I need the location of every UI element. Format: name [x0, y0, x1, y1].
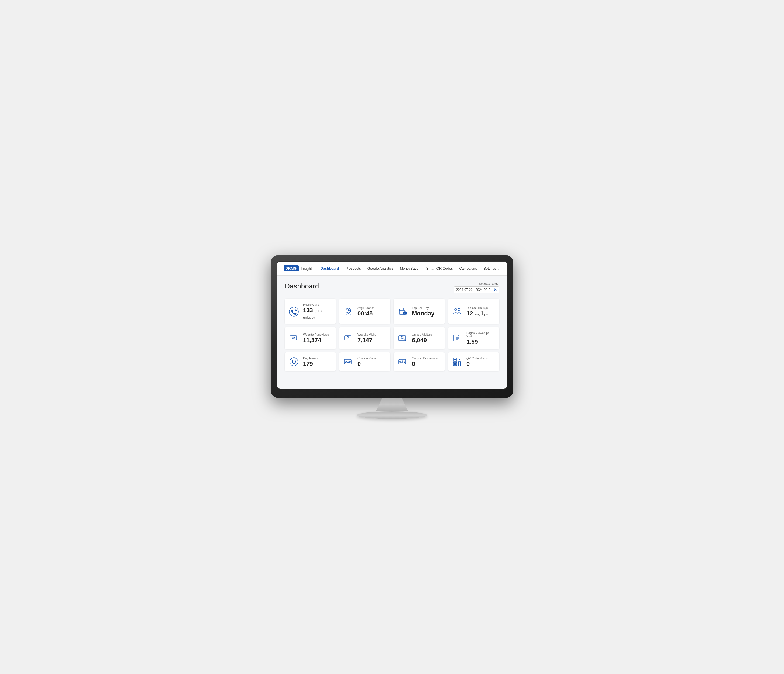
metric-text-top-call-day: Top Call Day Monday — [412, 306, 434, 317]
dashboard-header: Dashboard Set date range: 2024-07-22 - 2… — [285, 282, 499, 293]
nav-campaigns[interactable]: Campaigns — [459, 266, 477, 271]
nav-prospects[interactable]: Prospects — [345, 266, 361, 271]
metric-card-phone-calls: Phone Calls 133 (113 unique) — [285, 299, 336, 324]
metric-value-qr-code-scans: 0 — [467, 361, 488, 367]
main-nav: Dashboard Prospects Google Analytics Mon… — [320, 266, 500, 271]
svg-rect-45 — [460, 362, 461, 364]
app-header: DRMG Insight Dashboard Prospects Google … — [277, 262, 507, 276]
metrics-grid: Phone Calls 133 (113 unique) — [285, 299, 499, 371]
nav-smart-qr-codes[interactable]: Smart QR Codes — [426, 266, 453, 271]
metric-text-qr-code-scans: QR Code Scans 0 — [467, 357, 488, 367]
svg-rect-47 — [460, 364, 461, 366]
svg-rect-43 — [454, 363, 456, 365]
settings-label: Settings — [484, 266, 496, 271]
metric-card-pages-viewed: Pages Viewed per Visit 1.59 — [448, 327, 499, 349]
qr-code-icon — [453, 357, 463, 367]
metric-label-website-visits: Website Visits — [358, 333, 376, 336]
metric-card-coupon-views: Coupon Views 0 — [339, 352, 390, 371]
page-title: Dashboard — [285, 282, 319, 290]
nav-moneysaver[interactable]: MoneySaver — [400, 266, 420, 271]
metric-text-key-events: Key Events 179 — [303, 357, 318, 367]
monitor-stand-base — [357, 411, 427, 419]
metric-text-coupon-downloads: Coupon Downloads 0 — [412, 357, 438, 367]
svg-marker-27 — [295, 360, 296, 362]
metric-text-avg-duration: Avg Duration 00:45 — [358, 306, 375, 317]
metric-value-pages-viewed: 1.59 — [467, 339, 495, 345]
nav-dashboard[interactable]: Dashboard — [320, 266, 339, 271]
svg-marker-28 — [292, 362, 293, 363]
metric-card-unique-visitors: Unique Visitors 6,049 — [394, 327, 445, 349]
svg-rect-41 — [459, 359, 460, 360]
logo: DRMG — [284, 265, 299, 271]
metric-label-pages-viewed: Pages Viewed per Visit — [467, 332, 495, 338]
pages-doc-icon — [453, 333, 463, 343]
metric-text-website-visits: Website Visits 7,147 — [358, 333, 376, 344]
metric-value-top-call-day: Monday — [412, 310, 434, 317]
metric-text-phone-calls: Phone Calls 133 (113 unique) — [303, 303, 331, 320]
metric-label-qr-code-scans: QR Code Scans — [467, 357, 488, 360]
clear-date-range-button[interactable]: ✕ — [494, 288, 497, 292]
main-content: Dashboard Set date range: 2024-07-22 - 2… — [277, 276, 507, 389]
recycle-arrow-icon — [289, 357, 299, 367]
svg-point-35 — [400, 361, 401, 363]
svg-point-30 — [345, 361, 347, 363]
svg-rect-44 — [458, 362, 459, 364]
metric-card-avg-duration: Avg Duration 00:45 — [339, 299, 390, 324]
metric-value-avg-duration: 00:45 — [358, 310, 375, 317]
svg-point-10 — [454, 308, 457, 311]
chevron-down-icon: ⌄ — [497, 266, 500, 271]
svg-point-26 — [290, 358, 298, 366]
metric-value-coupon-views: 0 — [358, 361, 376, 367]
metric-text-pages-viewed: Pages Viewed per Visit 1.59 — [467, 332, 495, 345]
metric-text-unique-visitors: Unique Visitors 6,049 — [412, 333, 432, 344]
svg-rect-39 — [454, 359, 456, 360]
person-screen-icon — [398, 333, 408, 343]
monitor-wrapper: DRMG Insight Dashboard Prospects Google … — [271, 255, 513, 419]
metric-label-phone-calls: Phone Calls — [303, 303, 331, 306]
metric-card-coupon-downloads: Coupon Downloads 0 — [394, 352, 445, 371]
svg-point-0 — [289, 307, 299, 316]
metric-label-unique-visitors: Unique Visitors — [412, 333, 432, 336]
svg-point-11 — [458, 308, 460, 311]
monitor-stand-neck — [376, 398, 408, 411]
metric-card-top-call-day: Top Call Day Monday — [394, 299, 445, 324]
nav-google-analytics[interactable]: Google Analytics — [367, 266, 394, 271]
metric-card-qr-code-scans: QR Code Scans 0 — [448, 352, 499, 371]
metric-text-coupon-views: Coupon Views 0 — [358, 357, 376, 367]
metric-value-website-visits: 7,147 — [358, 337, 376, 344]
calendar-phone-icon — [398, 307, 408, 316]
metric-label-avg-duration: Avg Duration — [358, 306, 375, 310]
metric-text-website-pageviews: Website Pageviews 11,374 — [303, 333, 329, 344]
svg-point-20 — [401, 336, 403, 338]
phone-icon — [289, 307, 299, 316]
monitor-screen: DRMG Insight Dashboard Prospects Google … — [277, 262, 507, 389]
app-name: Insight — [301, 266, 312, 271]
metric-value-website-pageviews: 11,374 — [303, 337, 329, 344]
svg-point-33 — [347, 361, 348, 362]
metric-label-website-pageviews: Website Pageviews — [303, 333, 329, 336]
laptop-eye-icon — [289, 333, 299, 343]
date-range-value: 2024-07-22 - 2024-08-21 — [456, 288, 492, 292]
svg-point-18 — [347, 336, 348, 338]
svg-point-15 — [293, 337, 294, 338]
people-clock-icon — [453, 307, 463, 316]
date-range-label: Set date range: — [479, 282, 499, 285]
metric-value-unique-visitors: 6,049 — [412, 337, 432, 344]
date-range-section: Set date range: 2024-07-22 - 2024-08-21 … — [454, 282, 499, 293]
monitor-bezel: DRMG Insight Dashboard Prospects Google … — [277, 261, 507, 389]
date-range-input[interactable]: 2024-07-22 - 2024-08-21 ✕ — [454, 286, 499, 293]
svg-rect-22 — [455, 336, 460, 342]
laptop-pin-icon — [344, 333, 354, 343]
metric-label-coupon-views: Coupon Views — [358, 357, 376, 360]
metric-label-coupon-downloads: Coupon Downloads — [412, 357, 438, 360]
monitor-shell: DRMG Insight Dashboard Prospects Google … — [271, 255, 513, 398]
metric-label-key-events: Key Events — [303, 357, 318, 360]
metric-card-top-call-hours: Top Call Hour(s) 12pm, 1pm — [448, 299, 499, 324]
nav-settings[interactable]: Settings ⌄ — [484, 266, 500, 271]
clock-person-icon — [344, 307, 354, 316]
metric-value-top-call-hours: 12pm, 1pm — [467, 310, 489, 317]
coupon-download-icon — [398, 357, 408, 367]
metric-card-website-pageviews: Website Pageviews 11,374 — [285, 327, 336, 349]
metric-card-key-events: Key Events 179 — [285, 352, 336, 371]
metric-value-coupon-downloads: 0 — [412, 361, 438, 367]
